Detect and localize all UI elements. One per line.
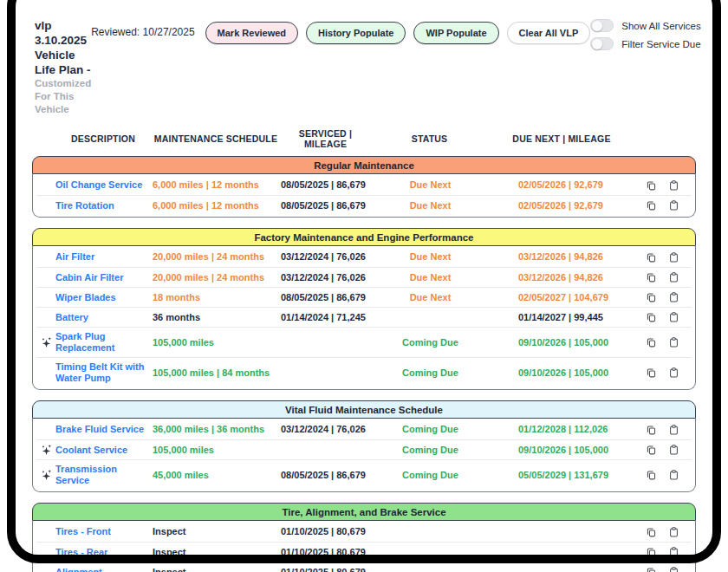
copy-icon[interactable] <box>646 336 657 348</box>
row-actions <box>636 291 692 303</box>
show-all-services-toggle[interactable] <box>590 19 614 32</box>
clipboard-icon[interactable] <box>668 311 679 323</box>
row-actions <box>636 199 692 211</box>
copy-icon[interactable] <box>646 251 657 263</box>
service-link[interactable]: Battery <box>55 312 153 323</box>
serviced-cell: 01/10/2025 | 80,679 <box>281 526 372 537</box>
copy-icon[interactable] <box>646 367 657 379</box>
service-link[interactable]: Wiper Blades <box>55 292 153 303</box>
section-title: Vital Fluid Maintenance Schedule <box>285 405 443 415</box>
clipboard-icon[interactable] <box>668 251 679 263</box>
service-link[interactable]: Timing Belt Kit with Water Pump <box>55 361 153 384</box>
schedule-cell: Inspect <box>153 526 281 537</box>
row-actions <box>636 566 692 572</box>
service-link[interactable]: Coolant Service <box>55 445 153 456</box>
service-link[interactable]: Air Filter <box>55 251 153 263</box>
wip-populate-button[interactable]: WIP Populate <box>413 22 498 44</box>
service-row: Tires - Rear Inspect 01/10/2025 | 80,679 <box>36 542 692 562</box>
due-cell: 02/05/2026 | 92,679 <box>489 200 636 211</box>
service-link[interactable]: Transmission Service <box>55 464 153 486</box>
service-link[interactable]: Tires - Front <box>55 526 153 537</box>
due-cell: 09/10/2026 | 105,000 <box>489 445 636 456</box>
service-row: Tire Rotation 6,000 miles | 12 months 08… <box>36 195 692 215</box>
due-cell: 03/12/2026 | 94,826 <box>489 251 636 263</box>
schedule-cell: 6,000 miles | 12 months <box>153 200 281 211</box>
maintenance-section: Factory Maintenance and Engine Performan… <box>32 228 696 390</box>
clipboard-icon[interactable] <box>668 444 679 456</box>
service-link[interactable]: Cabin Air Filter <box>55 272 153 283</box>
service-link[interactable]: Alignment <box>55 567 153 572</box>
copy-icon[interactable] <box>646 546 657 558</box>
section-title: Regular Maintenance <box>314 160 414 171</box>
status-cell: Coming Due <box>372 367 489 379</box>
clear-all-vlp-button[interactable]: Clear All VLP <box>507 22 591 44</box>
row-actions <box>636 251 692 263</box>
service-link[interactable]: Tires - Rear <box>55 547 153 558</box>
row-actions <box>636 444 692 456</box>
clipboard-icon[interactable] <box>668 291 679 303</box>
filter-service-due-toggle[interactable] <box>590 37 614 50</box>
copy-icon[interactable] <box>646 444 657 456</box>
show-all-services-label: Show All Services <box>621 21 700 31</box>
service-link[interactable]: Brake Fluid Service <box>55 424 153 435</box>
page-subtitle: Customized For This Vehicle <box>35 77 91 116</box>
due-cell: 01/12/2028 | 112,026 <box>489 424 636 435</box>
filter-service-due-label: Filter Service Due <box>621 39 700 49</box>
schedule-cell: Inspect <box>153 547 281 558</box>
history-populate-button[interactable]: History Populate <box>306 22 406 44</box>
service-row: Brake Fluid Service 36,000 miles | 36 mo… <box>36 419 692 439</box>
clipboard-icon[interactable] <box>668 271 679 283</box>
due-cell: 09/10/2026 | 105,000 <box>489 367 636 379</box>
copy-icon[interactable] <box>646 311 657 323</box>
clipboard-icon[interactable] <box>668 469 679 481</box>
due-cell: 02/05/2027 | 104,679 <box>489 292 636 303</box>
copy-icon[interactable] <box>646 179 657 192</box>
page-title: vlp 3.10.2025 Vehicle Life Plan - <box>35 18 91 77</box>
row-actions <box>636 179 692 192</box>
status-cell: Due Next <box>372 251 489 263</box>
clipboard-icon[interactable] <box>668 546 679 558</box>
clipboard-icon[interactable] <box>668 336 679 348</box>
service-link[interactable]: Oil Change Service <box>55 179 153 191</box>
clipboard-icon[interactable] <box>668 566 679 572</box>
copy-icon[interactable] <box>646 424 657 436</box>
status-cell: Due Next <box>372 179 489 191</box>
section-body: Tires - Front Inspect 01/10/2025 | 80,67… <box>32 521 696 572</box>
section-header: Tire, Alignment, and Brake Service <box>32 503 696 521</box>
status-cell: Coming Due <box>372 424 489 435</box>
service-link[interactable]: Spark Plug Replacement <box>55 331 153 354</box>
copy-icon[interactable] <box>646 291 657 303</box>
service-row: Tires - Front Inspect 01/10/2025 | 80,67… <box>36 522 692 542</box>
clipboard-icon[interactable] <box>668 199 679 211</box>
schedule-cell: 18 months <box>153 292 281 303</box>
status-cell: Due Next <box>372 200 489 211</box>
clipboard-icon[interactable] <box>668 526 679 538</box>
copy-icon[interactable] <box>646 566 657 572</box>
maintenance-section: Regular Maintenance Oil Change Service 6… <box>32 156 696 218</box>
copy-icon[interactable] <box>646 526 657 538</box>
status-cell: Due Next <box>372 272 489 283</box>
row-actions <box>636 367 692 379</box>
mark-reviewed-button[interactable]: Mark Reviewed <box>205 22 298 44</box>
row-actions <box>636 469 692 481</box>
section-header: Regular Maintenance <box>32 156 696 174</box>
service-row: Cabin Air Filter 20,000 miles | 24 month… <box>36 267 692 287</box>
clipboard-icon[interactable] <box>668 367 679 379</box>
schedule-cell: 20,000 miles | 24 months <box>153 251 281 263</box>
clipboard-icon[interactable] <box>668 424 679 436</box>
serviced-cell: 01/10/2025 | 80,679 <box>281 547 372 558</box>
schedule-cell: 105,000 miles <box>153 445 281 456</box>
section-body: Brake Fluid Service 36,000 miles | 36 mo… <box>32 419 696 492</box>
row-actions <box>636 311 692 323</box>
copy-icon[interactable] <box>646 271 657 283</box>
section-header: Factory Maintenance and Engine Performan… <box>32 228 696 246</box>
serviced-cell: 08/05/2025 | 86,679 <box>281 292 372 303</box>
row-actions <box>636 336 692 348</box>
service-link[interactable]: Tire Rotation <box>55 200 153 211</box>
copy-icon[interactable] <box>646 199 657 211</box>
due-cell: 01/14/2027 | 99,445 <box>489 312 636 323</box>
copy-icon[interactable] <box>646 469 657 481</box>
clipboard-icon[interactable] <box>668 179 679 192</box>
status-cell: Coming Due <box>372 445 489 456</box>
service-row: Alignment Inspect 01/10/2025 | 80,679 <box>36 562 692 572</box>
